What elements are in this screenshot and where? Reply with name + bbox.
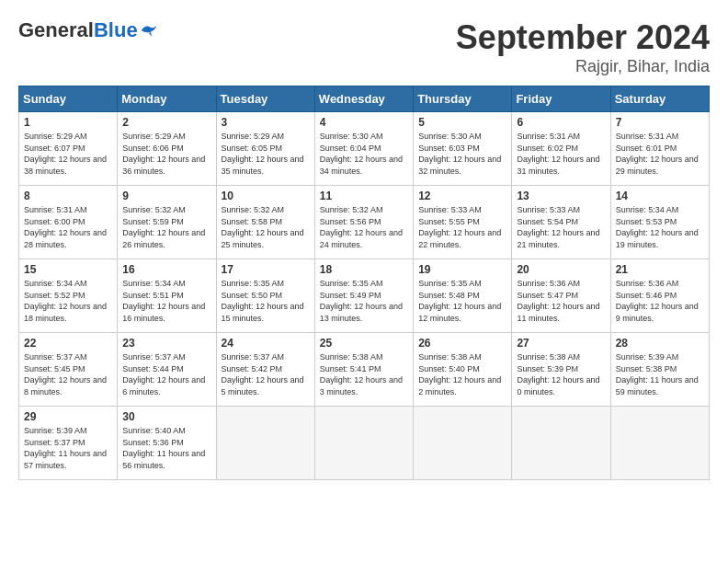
calendar-cell [314,407,413,480]
day-number: 2 [122,116,210,129]
calendar-week-row: 15Sunrise: 5:34 AMSunset: 5:52 PMDayligh… [19,259,710,333]
day-number: 14 [616,190,704,202]
cell-content: Sunrise: 5:38 AMSunset: 5:39 PMDaylight:… [517,351,605,397]
weekday-header-saturday: Saturday [610,86,709,112]
calendar-header-row: SundayMondayTuesdayWednesdayThursdayFrid… [19,86,710,112]
cell-content: Sunrise: 5:34 AMSunset: 5:51 PMDaylight:… [122,278,210,324]
cell-content: Sunrise: 5:29 AMSunset: 6:05 PMDaylight:… [222,131,310,177]
cell-content: Sunrise: 5:36 AMSunset: 5:46 PMDaylight:… [616,278,704,324]
day-number: 8 [24,190,112,202]
calendar-week-row: 1Sunrise: 5:29 AMSunset: 6:07 PMDaylight… [19,112,710,186]
day-number: 3 [222,116,310,129]
calendar-cell: 28Sunrise: 5:39 AMSunset: 5:38 PMDayligh… [610,333,709,407]
day-number: 4 [320,116,408,129]
day-number: 12 [418,190,506,202]
day-number: 5 [418,116,506,129]
cell-content: Sunrise: 5:35 AMSunset: 5:48 PMDaylight:… [418,278,506,324]
cell-content: Sunrise: 5:34 AMSunset: 5:53 PMDaylight:… [616,204,704,250]
day-number: 13 [517,190,605,202]
calendar-cell: 19Sunrise: 5:35 AMSunset: 5:48 PMDayligh… [414,259,512,333]
cell-content: Sunrise: 5:39 AMSunset: 5:38 PMDaylight:… [616,351,704,397]
day-number: 19 [418,263,506,276]
calendar-cell: 4Sunrise: 5:30 AMSunset: 6:04 PMDaylight… [314,112,413,186]
day-number: 6 [517,116,605,129]
day-number: 17 [222,263,310,276]
calendar-cell: 7Sunrise: 5:31 AMSunset: 6:01 PMDaylight… [610,112,709,186]
calendar-cell: 11Sunrise: 5:32 AMSunset: 5:56 PMDayligh… [314,186,413,259]
logo: GeneralBlue [18,18,158,42]
calendar-cell: 29Sunrise: 5:39 AMSunset: 5:37 PMDayligh… [19,407,118,480]
calendar-cell: 6Sunrise: 5:31 AMSunset: 6:02 PMDaylight… [512,112,610,186]
weekday-header-friday: Friday [512,86,610,112]
calendar-cell: 17Sunrise: 5:35 AMSunset: 5:50 PMDayligh… [216,259,314,333]
logo-general-text: General [18,18,94,42]
calendar-cell: 2Sunrise: 5:29 AMSunset: 6:06 PMDaylight… [118,112,216,186]
weekday-header-sunday: Sunday [19,86,118,112]
weekday-header-thursday: Thursday [414,86,512,112]
weekday-header-tuesday: Tuesday [216,86,314,112]
calendar-week-row: 29Sunrise: 5:39 AMSunset: 5:37 PMDayligh… [19,407,710,480]
calendar-table: SundayMondayTuesdayWednesdayThursdayFrid… [18,86,710,480]
day-number: 29 [24,410,112,423]
cell-content: Sunrise: 5:31 AMSunset: 6:01 PMDaylight:… [616,131,704,177]
day-number: 23 [122,337,210,350]
cell-content: Sunrise: 5:37 AMSunset: 5:44 PMDaylight:… [122,351,210,397]
cell-content: Sunrise: 5:32 AMSunset: 5:59 PMDaylight:… [122,204,210,250]
cell-content: Sunrise: 5:35 AMSunset: 5:50 PMDaylight:… [222,278,310,324]
calendar-cell: 21Sunrise: 5:36 AMSunset: 5:46 PMDayligh… [610,259,709,333]
day-number: 18 [320,263,408,276]
day-number: 25 [320,337,408,350]
calendar-cell [216,407,314,480]
calendar-cell: 8Sunrise: 5:31 AMSunset: 6:00 PMDaylight… [19,186,118,259]
weekday-header-monday: Monday [118,86,216,112]
calendar-cell: 22Sunrise: 5:37 AMSunset: 5:45 PMDayligh… [19,333,118,407]
day-number: 11 [320,190,408,202]
calendar-cell: 12Sunrise: 5:33 AMSunset: 5:55 PMDayligh… [414,186,512,259]
cell-content: Sunrise: 5:38 AMSunset: 5:41 PMDaylight:… [320,351,408,397]
cell-content: Sunrise: 5:32 AMSunset: 5:56 PMDaylight:… [320,204,408,250]
calendar-cell [610,407,709,480]
day-number: 27 [517,337,605,350]
calendar-week-row: 22Sunrise: 5:37 AMSunset: 5:45 PMDayligh… [19,333,710,407]
weekday-header-wednesday: Wednesday [314,86,413,112]
calendar-cell: 15Sunrise: 5:34 AMSunset: 5:52 PMDayligh… [19,259,118,333]
cell-content: Sunrise: 5:29 AMSunset: 6:07 PMDaylight:… [24,131,112,177]
calendar-cell: 20Sunrise: 5:36 AMSunset: 5:47 PMDayligh… [512,259,610,333]
logo-blue-text: Blue [94,18,138,42]
calendar-cell: 25Sunrise: 5:38 AMSunset: 5:41 PMDayligh… [314,333,413,407]
day-number: 24 [222,337,310,350]
cell-content: Sunrise: 5:31 AMSunset: 6:00 PMDaylight:… [24,204,112,250]
calendar-cell: 24Sunrise: 5:37 AMSunset: 5:42 PMDayligh… [216,333,314,407]
month-title: September 2024 [456,18,710,57]
day-number: 15 [24,263,112,276]
cell-content: Sunrise: 5:32 AMSunset: 5:58 PMDaylight:… [222,204,310,250]
cell-content: Sunrise: 5:30 AMSunset: 6:04 PMDaylight:… [320,131,408,177]
calendar-cell: 26Sunrise: 5:38 AMSunset: 5:40 PMDayligh… [414,333,512,407]
cell-content: Sunrise: 5:33 AMSunset: 5:54 PMDaylight:… [517,204,605,250]
cell-content: Sunrise: 5:30 AMSunset: 6:03 PMDaylight:… [418,131,506,177]
day-number: 1 [24,116,112,129]
cell-content: Sunrise: 5:33 AMSunset: 5:55 PMDaylight:… [418,204,506,250]
logo-bird-icon [140,22,158,39]
calendar-cell: 23Sunrise: 5:37 AMSunset: 5:44 PMDayligh… [118,333,216,407]
cell-content: Sunrise: 5:34 AMSunset: 5:52 PMDaylight:… [24,278,112,324]
cell-content: Sunrise: 5:37 AMSunset: 5:45 PMDaylight:… [24,351,112,397]
day-number: 28 [616,337,704,350]
day-number: 16 [122,263,210,276]
cell-content: Sunrise: 5:39 AMSunset: 5:37 PMDaylight:… [24,425,112,471]
calendar-cell: 1Sunrise: 5:29 AMSunset: 6:07 PMDaylight… [19,112,118,186]
calendar-cell [414,407,512,480]
day-number: 9 [122,190,210,202]
cell-content: Sunrise: 5:38 AMSunset: 5:40 PMDaylight:… [418,351,506,397]
calendar-cell: 18Sunrise: 5:35 AMSunset: 5:49 PMDayligh… [314,259,413,333]
cell-content: Sunrise: 5:37 AMSunset: 5:42 PMDaylight:… [222,351,310,397]
calendar-cell: 9Sunrise: 5:32 AMSunset: 5:59 PMDaylight… [118,186,216,259]
day-number: 20 [517,263,605,276]
calendar-cell: 14Sunrise: 5:34 AMSunset: 5:53 PMDayligh… [610,186,709,259]
cell-content: Sunrise: 5:31 AMSunset: 6:02 PMDaylight:… [517,131,605,177]
page-header: GeneralBlue September 2024 Rajgir, Bihar… [18,18,710,76]
calendar-cell: 13Sunrise: 5:33 AMSunset: 5:54 PMDayligh… [512,186,610,259]
day-number: 26 [418,337,506,350]
calendar-cell: 5Sunrise: 5:30 AMSunset: 6:03 PMDaylight… [414,112,512,186]
cell-content: Sunrise: 5:35 AMSunset: 5:49 PMDaylight:… [320,278,408,324]
